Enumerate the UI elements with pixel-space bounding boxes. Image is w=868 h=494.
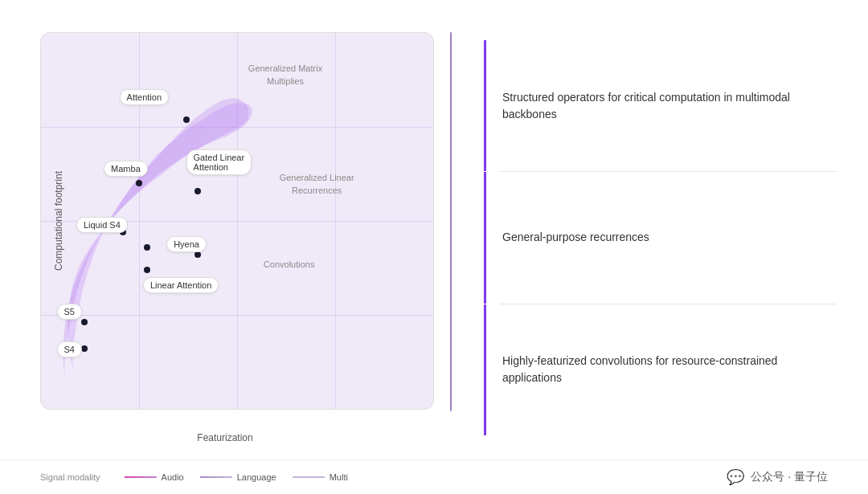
- mamba-dot: [136, 180, 142, 186]
- la-extra-dot: [144, 244, 150, 251]
- legend-area: Signal modality Audio Language Multi 💬 公…: [0, 459, 868, 494]
- wechat-badge: 💬 公众号 · 量子位: [727, 468, 828, 486]
- attention-label: Attention: [120, 89, 169, 105]
- audio-line: [125, 476, 157, 478]
- legend-audio: Audio: [125, 472, 184, 482]
- grid-line-v2: [237, 33, 238, 409]
- mamba-label: Mamba: [104, 161, 148, 177]
- multi-line: [293, 476, 325, 478]
- wechat-icon: 💬: [727, 468, 744, 486]
- right-panel: Structured operators for critical comput…: [452, 16, 868, 459]
- main-content: Computational footprint: [0, 0, 868, 459]
- attention-dot: [183, 116, 190, 123]
- s4-label: S4: [57, 341, 82, 357]
- region-label-convolutions: Convolutions: [249, 259, 330, 271]
- legend-title: Signal modality: [40, 472, 100, 482]
- wechat-text: 公众号 · 量子位: [751, 470, 828, 484]
- audio-label: Audio: [162, 472, 184, 482]
- multi-label: Multi: [330, 472, 348, 482]
- hyena-label: Hyena: [166, 236, 207, 252]
- right-section-2: General-purpose recurrences: [484, 172, 836, 303]
- grid-line-v3: [335, 33, 336, 409]
- gated-linear-attention-label: Gated LinearAttention: [186, 149, 252, 175]
- x-axis-label: Featurization: [197, 432, 252, 443]
- chart-container: Computational footprint: [40, 32, 434, 410]
- legend-multi: Multi: [293, 472, 348, 482]
- legend-language: Language: [200, 472, 276, 482]
- region-label-gen-linear: Generalized LinearRecurrences: [264, 172, 369, 197]
- linear-attention-dot: [144, 267, 150, 273]
- chart-area: Computational footprint: [0, 16, 450, 459]
- s5-label: S5: [57, 304, 82, 320]
- hyena-dot: [194, 251, 201, 258]
- gla-extra-dot: [194, 188, 201, 194]
- liquid-s4-label: Liquid S4: [76, 217, 128, 233]
- right-section-3: Highly-featurized convolutions for resou…: [484, 304, 836, 435]
- right-section-1: Structured operators for critical comput…: [484, 40, 836, 171]
- region-label-gen-matrix: Generalized MatrixMultiplies: [237, 63, 334, 88]
- linear-attention-label: Linear Attention: [143, 277, 219, 293]
- s5-dot: [81, 319, 88, 325]
- language-label: Language: [237, 472, 276, 482]
- language-line: [200, 476, 232, 478]
